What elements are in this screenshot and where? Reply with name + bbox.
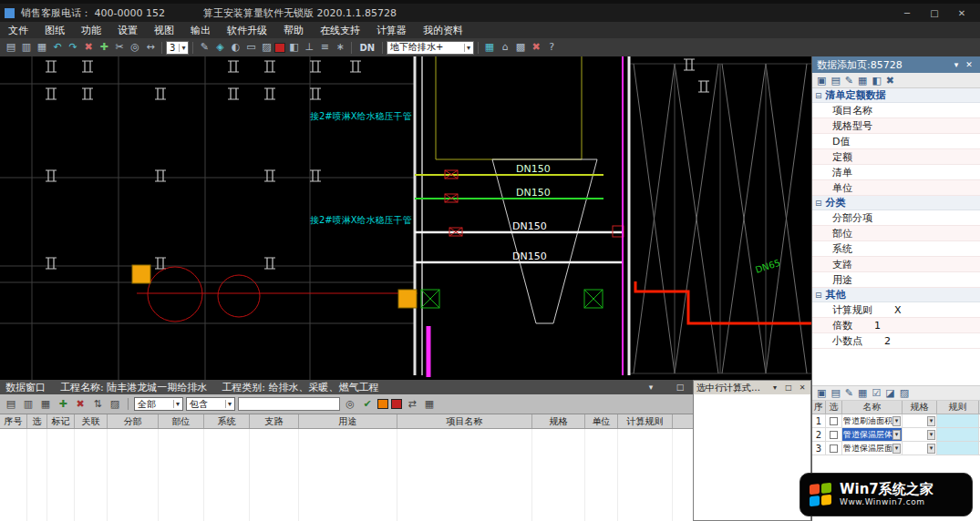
col-index[interactable]: 序	[812, 401, 826, 414]
corner-icon[interactable]: ◪	[885, 387, 894, 399]
table-row[interactable]: 2 管道保温层体积 ▾ ▾	[812, 428, 980, 442]
dropdown-icon[interactable]: ▾	[892, 430, 901, 440]
col-usage[interactable]: 用途	[299, 414, 397, 428]
erase-icon[interactable]: ✖	[529, 39, 543, 56]
close-button[interactable]: ✕	[948, 8, 975, 18]
panel-close-icon[interactable]: ✕	[963, 60, 975, 69]
row-checkbox-cell[interactable]	[826, 428, 842, 441]
table-row[interactable]: 1 管道刷油面积 ▾ ▾	[812, 414, 980, 428]
checkbox[interactable]	[830, 417, 838, 425]
col-link[interactable]: 关联	[75, 414, 108, 428]
field-decimal[interactable]: 小数点 2	[812, 333, 980, 349]
col-unit[interactable]: 单位	[585, 414, 618, 428]
delete-icon[interactable]: ✖	[81, 39, 96, 56]
filter-scope-select[interactable]: 全部 ▾	[134, 397, 183, 411]
col-project-name[interactable]: 项目名称	[397, 414, 532, 428]
menu-item-function[interactable]: 功能	[73, 24, 109, 37]
undo-icon[interactable]: ↶	[50, 39, 65, 56]
col-name[interactable]: 名称	[842, 401, 903, 414]
copy-icon[interactable]: ▥	[21, 398, 36, 410]
color-swatch-red[interactable]	[274, 43, 285, 53]
row-spec-cell[interactable]: ▾	[903, 442, 937, 455]
menu-item-view[interactable]: 视图	[146, 24, 182, 37]
node-icon[interactable]: ◈	[212, 39, 227, 56]
redo-icon[interactable]: ↷	[66, 39, 80, 56]
save-icon[interactable]: ▦	[38, 398, 53, 410]
field-list[interactable]: 清单	[812, 165, 980, 180]
menu-item-drawing[interactable]: 图纸	[36, 24, 73, 37]
menu-item-upgrade[interactable]: 软件升级	[219, 24, 275, 37]
sheet-icon[interactable]: ▤	[830, 387, 840, 399]
row-name-cell[interactable]: 管道刷油面积 ▾	[842, 414, 903, 427]
menu-item-calculator[interactable]: 计算器	[368, 24, 415, 37]
edit-icon[interactable]: ✎	[845, 75, 853, 87]
row-spec-cell[interactable]: ▾	[903, 414, 937, 427]
collapse-icon[interactable]: ⊟	[815, 91, 822, 100]
edit-icon[interactable]: ✎	[845, 387, 853, 399]
col-mark[interactable]: 标记	[47, 414, 75, 428]
points-icon[interactable]: ∗	[333, 39, 347, 56]
pan-icon[interactable]: ↔	[143, 39, 158, 56]
row-checkbox-cell[interactable]	[826, 442, 842, 455]
swap-icon[interactable]: ⇄	[405, 398, 419, 410]
field-project-name[interactable]: 项目名称	[812, 103, 980, 118]
clear-icon[interactable]: ✖	[886, 75, 894, 87]
align-icon[interactable]: ⊥	[302, 39, 316, 56]
grid-icon[interactable]: ▩	[513, 39, 528, 56]
rect-icon[interactable]: ▭	[243, 39, 258, 56]
table-icon[interactable]: ▦	[422, 398, 437, 410]
search-icon[interactable]: ◎	[343, 398, 357, 410]
row-rule-cell[interactable]	[937, 414, 979, 427]
check-icon[interactable]: ☑	[872, 387, 881, 399]
row-rule-cell[interactable]	[937, 428, 979, 441]
col-system[interactable]: 系统	[204, 414, 250, 428]
col-branch[interactable]: 支路	[250, 414, 299, 428]
checkbox[interactable]	[830, 431, 838, 439]
fill-icon[interactable]: ◧	[286, 39, 301, 56]
col-division[interactable]: 分部	[108, 414, 159, 428]
calc-panel-body[interactable]	[694, 394, 810, 520]
section-header-category[interactable]: ⊟ 分类	[812, 196, 980, 210]
field-d-value[interactable]: D值	[812, 134, 980, 149]
field-division[interactable]: 分部分项	[812, 210, 980, 226]
scale-spinner[interactable]: 3 ▾	[166, 41, 189, 55]
col-seq[interactable]: 序号	[0, 414, 27, 428]
col-rule[interactable]: 规则	[937, 401, 979, 414]
dropdown-icon[interactable]: ▾	[892, 444, 901, 454]
home-icon[interactable]: ⌂	[498, 39, 512, 56]
panel-dropdown-icon[interactable]: ▾	[950, 60, 963, 69]
dn-label-button[interactable]: DN	[356, 43, 378, 53]
menu-item-online-support[interactable]: 在线支持	[312, 24, 368, 37]
minimize-button[interactable]: ─	[893, 8, 921, 18]
panel-close-icon[interactable]: ✕	[797, 383, 808, 392]
open-icon[interactable]: ▤	[4, 39, 18, 56]
panel-restore-icon[interactable]: □	[673, 383, 687, 392]
col-spec[interactable]: 规格	[532, 414, 585, 428]
checkbox[interactable]	[830, 444, 838, 453]
dropdown-icon[interactable]: ▾	[927, 430, 935, 440]
col-select[interactable]: 选	[27, 414, 47, 428]
sort-icon[interactable]: ⇅	[90, 398, 105, 410]
panel-dropdown-icon[interactable]: ▾	[769, 383, 780, 392]
multiplier-value[interactable]: 1	[874, 320, 881, 332]
menu-item-output[interactable]: 输出	[182, 24, 219, 37]
field-branch[interactable]: 支路	[812, 257, 980, 272]
hatch-icon[interactable]: ▨	[900, 387, 909, 399]
field-part[interactable]: 部位	[812, 226, 980, 241]
menu-item-settings[interactable]: 设置	[109, 24, 146, 37]
field-multiplier[interactable]: 倍数 1	[812, 318, 980, 333]
doc-icon[interactable]: ▣	[817, 75, 826, 87]
field-quota[interactable]: 定额	[812, 149, 980, 165]
fill-icon[interactable]: ◧	[872, 75, 881, 87]
cad-canvas[interactable]: 接2#喷淋X给水稳压干管 接2#喷淋X给水稳压干管 DN150 DN150 DN…	[0, 56, 811, 380]
maximize-button[interactable]: □	[921, 8, 948, 18]
help-icon[interactable]: ?	[544, 39, 559, 56]
table-icon[interactable]: ▦	[858, 75, 867, 87]
list-icon[interactable]: ≡	[317, 39, 332, 56]
hatch-icon[interactable]: ▨	[259, 39, 273, 56]
row-name-cell[interactable]: 管道保温层面积 ▾	[842, 442, 903, 455]
dropdown-icon[interactable]: ▾	[892, 416, 901, 426]
menu-item-file[interactable]: 文件	[0, 24, 36, 37]
calc-rule-value[interactable]: X	[894, 304, 902, 316]
add-row-icon[interactable]: ✚	[56, 398, 70, 410]
